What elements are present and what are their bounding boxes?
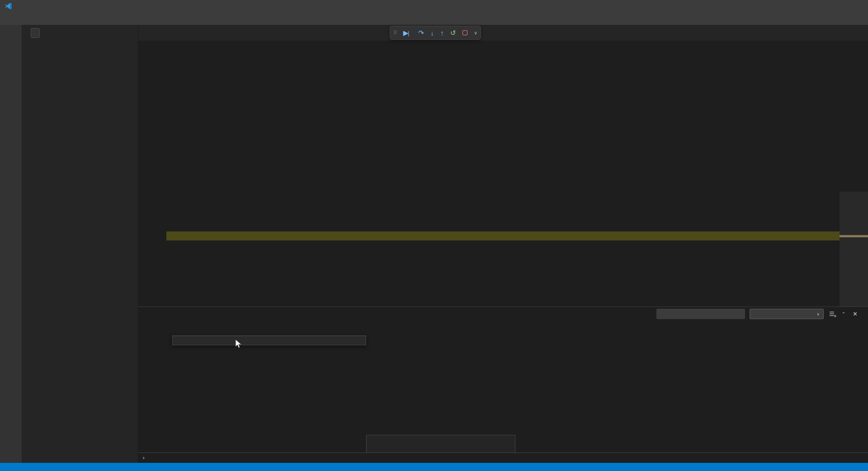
vscode-logo-icon [5,2,12,10]
stop-button[interactable] [462,30,467,35]
close-panel-icon[interactable]: ✕ [853,311,858,317]
mouse-cursor [234,339,243,349]
step-over-button[interactable]: ↷ [418,29,424,37]
editor-tab-bar [138,25,868,41]
breadcrumb [138,41,868,51]
step-out-button[interactable]: ↑ [440,29,444,37]
current-debug-line-highlight [166,231,840,240]
continue-button[interactable]: ▶▏ [403,29,412,37]
restart-button[interactable]: ↺ [450,29,456,37]
debug-toolbar: ⠿ ▶▏ ↷ ↓ ↑ ↺ ∨ [390,26,481,40]
code-editor[interactable] [138,51,868,306]
run-config-button[interactable] [31,28,40,38]
sidebar-toolbar [22,25,138,41]
autocomplete-popup [172,335,366,345]
drag-grip-icon[interactable]: ⠿ [393,30,396,36]
minimap-viewport[interactable] [840,192,868,306]
panel-header-icons: ☰✕ ⌃ ✕ [829,309,858,319]
chevron-right-icon: › [142,455,145,461]
step-into-button[interactable]: ↓ [430,29,434,37]
minimap-current-line-marker [840,235,868,237]
debug-console-input[interactable]: › [138,452,868,462]
activity-bar [0,25,22,463]
run-and-debug-sidebar [22,25,138,463]
collapse-panel-icon[interactable]: ⌃ [842,311,845,316]
status-bar [0,463,868,471]
suggest-detail-widget [366,435,515,453]
console-target-dropdown[interactable]: ∨ [750,309,824,319]
suggest-status-hint [173,336,366,345]
menu-bar [0,12,868,25]
console-filter-input[interactable] [656,309,745,319]
chevron-down-icon: ∨ [816,312,820,316]
clear-console-icon[interactable]: ☰✕ [829,311,835,317]
chevron-down-icon[interactable]: ∨ [474,30,477,35]
title-bar [0,0,868,12]
overview-ruler [866,51,868,306]
